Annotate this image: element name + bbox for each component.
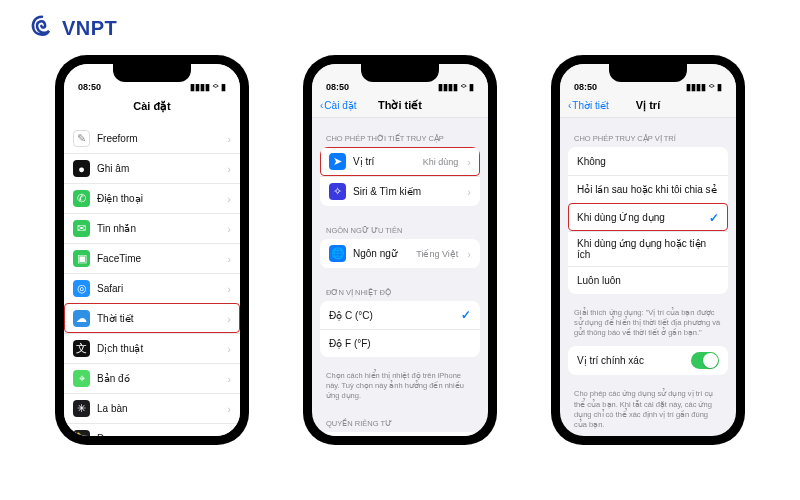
location-row[interactable]: ➤Vị tríKhi dùng› — [320, 147, 480, 176]
settings-row-bản-đồ[interactable]: ⌖Bản đồ› — [64, 363, 240, 393]
status-time: 08:50 — [326, 82, 349, 92]
chevron-right-icon: › — [227, 283, 231, 295]
precise-location-row[interactable]: Vị trí chính xác — [568, 346, 728, 375]
permission-option[interactable]: Khi dùng Ứng dụng✓ — [568, 203, 728, 231]
page-title: Thời tiết — [378, 99, 422, 112]
settings-row-label: Đo — [97, 433, 218, 436]
precise-footer: Cho phép các ứng dụng sử dụng vị trí cụ … — [560, 385, 736, 436]
wifi-icon: ⌔ — [461, 82, 466, 92]
app-icon: ◎ — [73, 280, 90, 297]
section-header-privacy: QUYỀN RIÊNG TƯ — [312, 409, 488, 432]
app-icon: 📏 — [73, 430, 90, 436]
wifi-icon: ⌔ — [709, 82, 714, 92]
battery-icon: ▮ — [469, 82, 474, 92]
app-icon: ✉ — [73, 220, 90, 237]
settings-row-label: Thời tiết — [97, 313, 218, 324]
precise-location-toggle[interactable] — [691, 352, 719, 369]
app-icon: ✆ — [73, 190, 90, 207]
chevron-right-icon: › — [227, 373, 231, 385]
nav-bar: ‹ Thời tiết Vị trí — [560, 94, 736, 118]
language-value: Tiếng Việt — [416, 249, 458, 259]
section-header-language: NGÔN NGỮ ƯU TIÊN — [312, 216, 488, 239]
chevron-right-icon: › — [227, 193, 231, 205]
signal-icon: ▮▮▮▮ — [190, 82, 210, 92]
language-label: Ngôn ngữ — [353, 248, 409, 259]
chevron-right-icon: › — [467, 248, 471, 260]
app-icon: ● — [73, 160, 90, 177]
unit-celsius-row[interactable]: Độ C (°C) ✓ — [320, 301, 480, 329]
app-icon: ☁ — [73, 310, 90, 327]
permission-option[interactable]: Khi dùng ứng dụng hoặc tiện ích — [568, 231, 728, 266]
settings-row-label: Dịch thuật — [97, 343, 218, 354]
settings-row-safari[interactable]: ◎Safari› — [64, 273, 240, 303]
chevron-left-icon: ‹ — [320, 100, 323, 111]
settings-row-điện-thoại[interactable]: ✆Điện thoại› — [64, 183, 240, 213]
tutorial-stage: 08:50 ▮▮▮▮ ⌔ ▮ Cài đặt ✎Freeform›●Ghi âm… — [0, 0, 800, 500]
settings-row-label: Bản đồ — [97, 373, 218, 384]
chevron-right-icon: › — [467, 156, 471, 168]
siri-icon: ✧ — [329, 183, 346, 200]
phone-weather-settings: 08:50 ▮▮▮▮ ⌔ ▮ ‹ Cài đặt Thời tiết CHO P… — [303, 55, 497, 445]
settings-row-ghi-âm[interactable]: ●Ghi âm› — [64, 153, 240, 183]
siri-search-row[interactable]: ✧Siri & Tìm kiếm› — [320, 176, 480, 206]
signal-icon: ▮▮▮▮ — [686, 82, 706, 92]
permission-explain: Giải thích ứng dụng: "Vị trí của bạn đượ… — [560, 304, 736, 346]
settings-row-label: FaceTime — [97, 253, 218, 264]
settings-row-tin-nhắn[interactable]: ✉Tin nhắn› — [64, 213, 240, 243]
app-icon: ✎ — [73, 130, 90, 147]
status-time: 08:50 — [78, 82, 101, 92]
settings-row-label: Freeform — [97, 133, 218, 144]
settings-row-la-bàn[interactable]: ✳La bàn› — [64, 393, 240, 423]
status-bar: 08:50 ▮▮▮▮ ⌔ ▮ — [560, 64, 736, 94]
battery-icon: ▮ — [221, 82, 226, 92]
settings-row-facetime[interactable]: ▣FaceTime› — [64, 243, 240, 273]
settings-row-label: Điện thoại — [97, 193, 218, 204]
permission-option[interactable]: Luôn luôn — [568, 266, 728, 294]
settings-row-dịch-thuật[interactable]: 文Dịch thuật› — [64, 333, 240, 363]
app-icon: ▣ — [73, 250, 90, 267]
unit-fahrenheit-row[interactable]: Độ F (°F) — [320, 329, 480, 357]
unit-footer: Chọn cách hiển thị nhiệt độ trên iPhone … — [312, 367, 488, 409]
settings-row-đo[interactable]: 📏Đo› — [64, 423, 240, 436]
chevron-right-icon: › — [227, 163, 231, 175]
language-row[interactable]: 🌐 Ngôn ngữ Tiếng Việt › — [320, 239, 480, 268]
nav-bar: ‹ Cài đặt Thời tiết — [312, 94, 488, 118]
settings-row-label: Tin nhắn — [97, 223, 218, 234]
chevron-right-icon: › — [227, 433, 231, 437]
checkmark-icon: ✓ — [709, 211, 719, 225]
status-icons: ▮▮▮▮ ⌔ ▮ — [686, 82, 722, 92]
chevron-right-icon: › — [227, 403, 231, 415]
app-icon: 文 — [73, 340, 90, 357]
chevron-right-icon: › — [227, 313, 231, 325]
chevron-right-icon: › — [227, 223, 231, 235]
nav-bar: Cài đặt — [64, 94, 240, 118]
section-header-unit: ĐƠN VỊ NHIỆT ĐỘ — [312, 278, 488, 301]
settings-row-freeform[interactable]: ✎Freeform› — [64, 124, 240, 153]
settings-row-label: Ghi âm — [97, 163, 218, 174]
permission-option[interactable]: Không — [568, 147, 728, 175]
status-icons: ▮▮▮▮ ⌔ ▮ — [190, 82, 226, 92]
page-title: Vị trí — [636, 99, 660, 112]
location-icon: ➤ — [329, 153, 346, 170]
settings-row-thời-tiết[interactable]: ☁Thời tiết› — [64, 303, 240, 333]
chevron-right-icon: › — [227, 133, 231, 145]
chevron-right-icon: › — [227, 253, 231, 265]
status-time: 08:50 — [574, 82, 597, 92]
section-header-access: CHO PHÉP THỜI TIẾT TRUY CẬP — [312, 124, 488, 147]
back-button[interactable]: ‹ Cài đặt — [320, 100, 356, 111]
globe-icon: 🌐 — [329, 245, 346, 262]
checkmark-icon: ✓ — [461, 308, 471, 322]
signal-icon: ▮▮▮▮ — [438, 82, 458, 92]
status-bar: 08:50 ▮▮▮▮ ⌔ ▮ — [312, 64, 488, 94]
permission-option[interactable]: Hỏi lần sau hoặc khi tôi chia sẻ — [568, 175, 728, 203]
page-title: Cài đặt — [133, 100, 171, 113]
app-icon: ⌖ — [73, 370, 90, 387]
status-icons: ▮▮▮▮ ⌔ ▮ — [438, 82, 474, 92]
section-header-permission: CHO PHÉP TRUY CẬP VỊ TRÍ — [560, 124, 736, 147]
reset-identifier-row[interactable]: Đặt lại mã định danh — [320, 432, 480, 436]
chevron-left-icon: ‹ — [568, 100, 571, 111]
phone-location-permission: 08:50 ▮▮▮▮ ⌔ ▮ ‹ Thời tiết Vị trí CHO PH… — [551, 55, 745, 445]
settings-row-label: Safari — [97, 283, 218, 294]
back-button[interactable]: ‹ Thời tiết — [568, 100, 609, 111]
wifi-icon: ⌔ — [213, 82, 218, 92]
